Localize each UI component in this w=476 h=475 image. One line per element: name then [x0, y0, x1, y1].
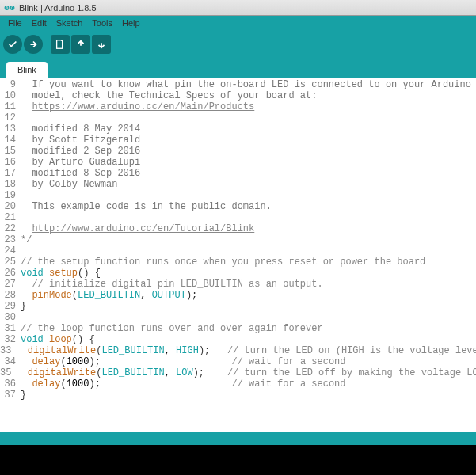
- code-line[interactable]: 36 delay(1000); // wait for a second: [0, 378, 476, 390]
- line-content: void loop() {: [21, 334, 476, 345]
- line-number: 24: [0, 245, 21, 256]
- code-line[interactable]: 23*/: [0, 234, 476, 245]
- tab-bar: Blink: [0, 59, 476, 78]
- save-button[interactable]: [92, 35, 111, 54]
- code-line[interactable]: 10 model, check the Technical Specs of y…: [0, 90, 476, 101]
- code-line[interactable]: 37}: [0, 390, 476, 401]
- open-button[interactable]: [71, 35, 90, 54]
- menu-sketch[interactable]: Sketch: [51, 17, 88, 29]
- line-content: modified 8 May 2014: [21, 124, 476, 135]
- tab-blink[interactable]: Blink: [6, 62, 48, 78]
- window-title: Blink | Arduino 1.8.5: [19, 3, 97, 13]
- line-content: delay(1000); // wait for a second: [21, 356, 476, 367]
- line-content: digitalWrite(LED_BUILTIN, HIGH); // turn…: [16, 345, 476, 356]
- new-button[interactable]: [51, 35, 70, 54]
- line-content: model, check the Technical Specs of your…: [21, 90, 476, 101]
- code-line[interactable]: 33 digitalWrite(LED_BUILTIN, HIGH); // t…: [0, 345, 476, 356]
- line-number: 17: [0, 168, 21, 179]
- line-content: If you want to know what pin the on-boar…: [21, 79, 476, 90]
- line-number: 25: [0, 256, 21, 268]
- code-line[interactable]: 12: [0, 112, 476, 124]
- line-content: // the loop function runs over and over …: [21, 323, 476, 334]
- line-number: 20: [0, 201, 21, 212]
- line-content: digitalWrite(LED_BUILTIN, LOW); // turn …: [16, 367, 476, 378]
- code-line[interactable]: 30: [0, 312, 476, 323]
- line-number: 13: [0, 124, 21, 135]
- line-content: [21, 312, 476, 323]
- code-line[interactable]: 19: [0, 190, 476, 201]
- line-number: 28: [0, 290, 21, 301]
- code-line[interactable]: 26void setup() {: [0, 268, 476, 279]
- line-number: 23: [0, 234, 21, 245]
- line-content: }: [21, 301, 476, 312]
- line-content: by Colby Newman: [21, 179, 476, 190]
- line-number: 26: [0, 268, 21, 279]
- line-content: modified 8 Sep 2016: [21, 168, 476, 179]
- line-content: // initialize digital pin LED_BUILTIN as…: [21, 279, 476, 290]
- line-number: 35: [0, 367, 16, 378]
- title-bar: Blink | Arduino 1.8.5: [0, 0, 476, 16]
- status-bar: [0, 432, 476, 445]
- line-number: 22: [0, 223, 21, 234]
- verify-button[interactable]: [3, 35, 22, 54]
- code-line[interactable]: 31// the loop function runs over and ove…: [0, 323, 476, 334]
- code-line[interactable]: 15 modified 2 Sep 2016: [0, 146, 476, 157]
- upload-button[interactable]: [24, 35, 43, 54]
- console-output: [0, 445, 476, 475]
- code-line[interactable]: 27 // initialize digital pin LED_BUILTIN…: [0, 279, 476, 290]
- line-content: [21, 112, 476, 124]
- code-line[interactable]: 20 This example code is in the public do…: [0, 201, 476, 212]
- code-editor[interactable]: 9 If you want to know what pin the on-bo…: [0, 78, 476, 432]
- line-number: 16: [0, 157, 21, 168]
- code-line[interactable]: 22 http://www.arduino.cc/en/Tutorial/Bli…: [0, 223, 476, 234]
- code-line[interactable]: 14 by Scott Fitzgerald: [0, 135, 476, 146]
- arduino-icon: [3, 2, 16, 14]
- line-number: 37: [0, 390, 21, 401]
- code-line[interactable]: 9 If you want to know what pin the on-bo…: [0, 79, 476, 90]
- code-line[interactable]: 17 modified 8 Sep 2016: [0, 168, 476, 179]
- line-number: 21: [0, 212, 21, 223]
- menu-tools[interactable]: Tools: [87, 17, 117, 29]
- code-line[interactable]: 18 by Colby Newman: [0, 179, 476, 190]
- line-number: 27: [0, 279, 21, 290]
- line-number: 10: [0, 90, 21, 101]
- line-number: 32: [0, 334, 21, 345]
- line-content: */: [21, 234, 476, 245]
- code-line[interactable]: 28 pinMode(LED_BUILTIN, OUTPUT);: [0, 290, 476, 301]
- line-number: 29: [0, 301, 21, 312]
- menu-bar: File Edit Sketch Tools Help: [0, 16, 476, 30]
- line-content: // the setup function runs once when you…: [21, 256, 476, 268]
- menu-file[interactable]: File: [3, 17, 27, 29]
- line-content: modified 2 Sep 2016: [21, 146, 476, 157]
- code-line[interactable]: 35 digitalWrite(LED_BUILTIN, LOW); // tu…: [0, 367, 476, 378]
- code-line[interactable]: 13 modified 8 May 2014: [0, 124, 476, 135]
- code-line[interactable]: 25// the setup function runs once when y…: [0, 256, 476, 268]
- line-content: This example code is in the public domai…: [21, 201, 476, 212]
- svg-rect-5: [57, 40, 63, 49]
- code-line[interactable]: 29}: [0, 301, 476, 312]
- line-content: http://www.arduino.cc/en/Tutorial/Blink: [21, 223, 476, 234]
- line-number: 36: [0, 378, 21, 390]
- line-content: https://www.arduino.cc/en/Main/Products: [21, 101, 476, 112]
- line-number: 14: [0, 135, 21, 146]
- line-content: [21, 190, 476, 201]
- menu-help[interactable]: Help: [117, 17, 145, 29]
- line-content: [21, 245, 476, 256]
- line-number: 11: [0, 101, 21, 112]
- line-number: 19: [0, 190, 21, 201]
- line-content: delay(1000); // wait for a second: [21, 378, 476, 390]
- code-line[interactable]: 32void loop() {: [0, 334, 476, 345]
- line-content: pinMode(LED_BUILTIN, OUTPUT);: [21, 290, 476, 301]
- line-number: 18: [0, 179, 21, 190]
- menu-edit[interactable]: Edit: [27, 17, 51, 29]
- code-line[interactable]: 16 by Arturo Guadalupi: [0, 157, 476, 168]
- code-line[interactable]: 11 https://www.arduino.cc/en/Main/Produc…: [0, 101, 476, 112]
- line-content: by Arturo Guadalupi: [21, 157, 476, 168]
- line-number: 12: [0, 112, 21, 124]
- toolbar: [0, 30, 476, 59]
- line-content: by Scott Fitzgerald: [21, 135, 476, 146]
- code-line[interactable]: 21: [0, 212, 476, 223]
- line-content: [21, 212, 476, 223]
- code-line[interactable]: 24: [0, 245, 476, 256]
- code-line[interactable]: 34 delay(1000); // wait for a second: [0, 356, 476, 367]
